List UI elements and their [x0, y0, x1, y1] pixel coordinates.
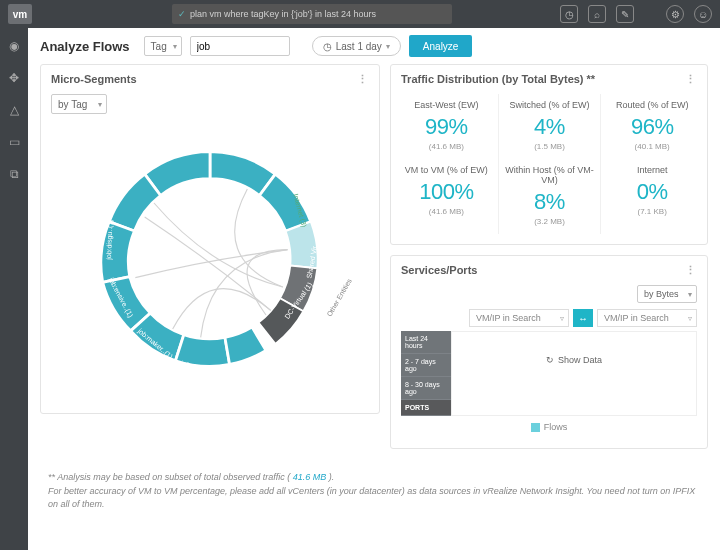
traffic-title: Traffic Distribution (by Total Bytes) **: [401, 73, 595, 86]
swap-button[interactable]: ↔: [573, 309, 593, 327]
metric-tile: Within Host (% of VM-VM)8%(3.2 MB): [498, 159, 601, 234]
nav-monitor-icon[interactable]: ▭: [6, 134, 22, 150]
refresh-icon: ↻: [546, 355, 554, 365]
metric-tile: Switched (% of EW)4%(1.5 MB): [498, 94, 601, 159]
time-row-label[interactable]: 8 - 30 days ago: [401, 377, 451, 400]
filter-mode-select[interactable]: Tag: [144, 36, 182, 56]
metric-tile: East-West (EW)99%(41.6 MB): [395, 94, 498, 159]
pin-icon[interactable]: ✎: [616, 5, 634, 23]
global-search-input[interactable]: ✓ plan vm where tagKey in {'job'} in las…: [172, 4, 452, 24]
user-icon[interactable]: ☺: [694, 5, 712, 23]
analyze-toolbar: Analyze Flows Tag ◷ Last 1 day ▾ Analyze: [28, 28, 720, 64]
app-logo: vm: [8, 4, 32, 24]
services-legend: Flows: [401, 416, 697, 438]
metric-tile: VM to VM (% of EW)100%(41.6 MB): [395, 159, 498, 234]
micro-title: Micro-Segments: [51, 73, 137, 86]
filter-value-input[interactable]: [190, 36, 290, 56]
chevron-down-icon: ▾: [386, 42, 390, 51]
nav-flows-icon[interactable]: ⧉: [6, 166, 22, 182]
analyze-button[interactable]: Analyze: [409, 35, 473, 57]
metric-tile: Routed (% of EW)96%(40.1 MB): [600, 94, 703, 159]
time-row-label[interactable]: Last 24 hours: [401, 331, 451, 354]
topbar-actions: ◷ ⌕ ✎ ⚙ ☺: [560, 5, 712, 23]
search-text: plan vm where tagKey in {'job'} in last …: [190, 9, 376, 19]
footnote: ** Analysis may be based on subset of to…: [28, 459, 720, 524]
left-nav: ◉ ✥ △ ▭ ⧉: [0, 28, 28, 550]
nav-triangle-icon[interactable]: △: [6, 102, 22, 118]
clock-icon: ◷: [323, 41, 332, 52]
search-icon[interactable]: ⌕: [588, 5, 606, 23]
history-icon[interactable]: ◷: [560, 5, 578, 23]
services-ports-card: Services/Ports ⋮ by Bytes VM/IP in Searc…: [390, 255, 708, 449]
services-table: Last 24 hours 2 - 7 days ago 8 - 30 days…: [401, 331, 697, 416]
show-data-button[interactable]: ↻ Show Data: [452, 332, 696, 388]
main-content: Analyze Flows Tag ◷ Last 1 day ▾ Analyze…: [28, 28, 720, 550]
settings-icon[interactable]: ⚙: [666, 5, 684, 23]
services-title: Services/Ports: [401, 264, 477, 277]
legend-swatch: [531, 423, 540, 432]
micro-filter-select[interactable]: by Tag: [51, 94, 107, 114]
vm-ip-select-right[interactable]: VM/IP in Search: [597, 309, 697, 327]
micro-segments-card: Micro-Segments ⋮ by Tag: [40, 64, 380, 414]
card-menu-icon[interactable]: ⋮: [357, 73, 369, 86]
time-label: Last 1 day: [336, 41, 382, 52]
card-menu-icon[interactable]: ⋮: [685, 73, 697, 86]
time-range-select[interactable]: ◷ Last 1 day ▾: [312, 36, 401, 56]
metric-tile: Internet0%(7.1 KB): [600, 159, 703, 234]
services-by-select[interactable]: by Bytes: [637, 285, 697, 303]
nav-home-icon[interactable]: ◉: [6, 38, 22, 54]
card-menu-icon[interactable]: ⋮: [685, 264, 697, 277]
traffic-metrics: East-West (EW)99%(41.6 MB) Switched (% o…: [391, 90, 707, 244]
traffic-distribution-card: Traffic Distribution (by Total Bytes) **…: [390, 64, 708, 245]
time-row-label[interactable]: 2 - 7 days ago: [401, 354, 451, 377]
vm-ip-select-left[interactable]: VM/IP in Search: [469, 309, 569, 327]
top-bar: vm ✓ plan vm where tagKey in {'job'} in …: [0, 0, 720, 28]
micro-chord-chart[interactable]: job:web-a..(2) job:web..(1) job:essel..(…: [51, 114, 369, 404]
ports-row-label[interactable]: PORTS: [401, 400, 451, 416]
page-title: Analyze Flows: [40, 39, 130, 54]
nav-globe-icon[interactable]: ✥: [6, 70, 22, 86]
check-icon: ✓: [178, 9, 186, 19]
